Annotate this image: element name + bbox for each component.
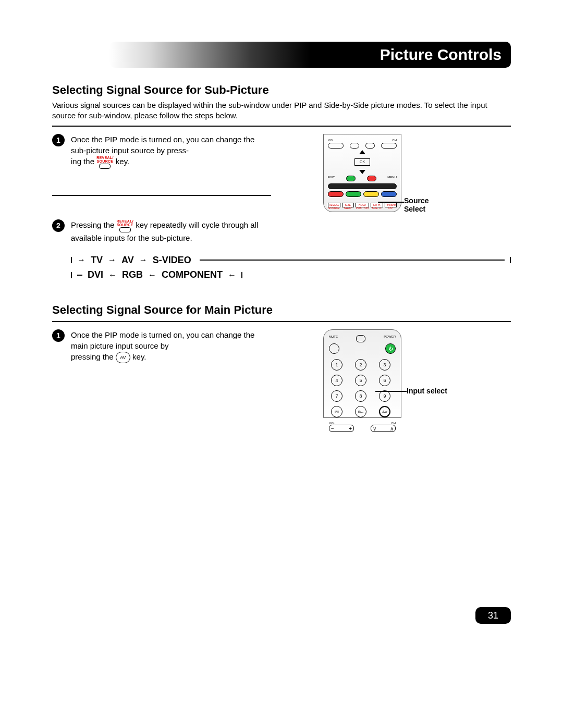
section1-step1: 1 Once the PIP mode is turned on, you ca… bbox=[52, 134, 271, 169]
key-label-bot: SOURCE bbox=[97, 159, 114, 163]
step2-line1a: Pressing the bbox=[71, 220, 117, 229]
menu-label: MENU bbox=[387, 176, 397, 181]
cycle-av: AV bbox=[121, 253, 134, 268]
key-6: 6 bbox=[379, 375, 390, 386]
key-label-top: REVEAL/ bbox=[96, 156, 113, 159]
chapter-title: Picture Controls bbox=[380, 46, 501, 64]
arrow-right-icon: → bbox=[139, 253, 148, 267]
av-key-icon: AV bbox=[116, 352, 130, 363]
key-8: 8 bbox=[355, 390, 366, 402]
text-button bbox=[346, 176, 356, 181]
arrow-right-icon: → bbox=[108, 253, 116, 267]
red-button-icon bbox=[328, 191, 344, 197]
section1-heading: Selecting Signal Source for Sub-Picture bbox=[52, 83, 511, 97]
reveal-source-key-icon: REVEAL/ SOURCE bbox=[117, 219, 133, 232]
key-0: 0/-- bbox=[355, 406, 366, 417]
key-2: 2 bbox=[355, 359, 366, 371]
step-number: 1 bbox=[52, 134, 65, 146]
size-swap-button: SIZE SWAP bbox=[342, 203, 354, 207]
vol-minus-icon bbox=[328, 143, 344, 149]
step-text: Once the PIP mode is turned on, you can … bbox=[71, 329, 259, 363]
step-number: 2 bbox=[52, 219, 65, 232]
input-select-callout: Input select bbox=[407, 387, 447, 395]
section2-heading: Selecting Signal Source for Main Picture bbox=[52, 303, 511, 317]
key-av: AV bbox=[379, 406, 390, 417]
vol-label: VOL bbox=[328, 139, 334, 142]
vol-rocker-icon: −+ bbox=[329, 425, 354, 432]
vol-plus-icon bbox=[350, 143, 359, 149]
cycle-component: COMPONENT bbox=[162, 267, 223, 282]
power-label: POWER bbox=[384, 335, 396, 342]
ch-down-icon bbox=[365, 143, 375, 149]
cycle-svideo: S-VIDEO bbox=[153, 253, 191, 268]
callout-line1: Source bbox=[404, 196, 429, 205]
step-text: Pressing the REVEAL/ SOURCE key repeated… bbox=[71, 219, 259, 243]
section1-intro: Various signal sources can be displayed … bbox=[52, 100, 511, 121]
s2-step1-line2a: pressing the bbox=[71, 352, 116, 361]
step1-line1: Once the PIP mode is turned on, you can … bbox=[71, 135, 254, 155]
chapter-banner: Picture Controls bbox=[109, 42, 511, 68]
divider bbox=[52, 126, 511, 127]
ch-rocker-icon: ∨∧ bbox=[371, 425, 396, 432]
cycle-tv: TV bbox=[91, 253, 103, 268]
step1-line2b: key. bbox=[116, 157, 129, 166]
source-select-callout: Source Select bbox=[404, 196, 429, 214]
key-i-ii: I/II bbox=[331, 406, 342, 417]
section1-step2: 2 Pressing the REVEAL/ SOURCE key repeat… bbox=[52, 219, 511, 243]
power-button-icon: ⏻ bbox=[385, 343, 396, 354]
slider-icon bbox=[356, 335, 365, 342]
arrow-left-icon: ← bbox=[148, 268, 156, 282]
step1-line2a: ing the bbox=[71, 157, 96, 166]
callout2-text: Input select bbox=[407, 387, 447, 395]
ok-button: OK bbox=[354, 158, 370, 166]
s2-step1-line1: Once the PIP mode is turned on, you can … bbox=[71, 330, 254, 350]
reveal-source-button: REVEAL SOURCE bbox=[328, 203, 340, 207]
blue-button-icon bbox=[381, 191, 397, 197]
arrow-left-icon: ← bbox=[228, 268, 236, 282]
wide-button bbox=[328, 183, 397, 189]
mute-label: MUTE bbox=[329, 335, 338, 342]
step-number: 1 bbox=[52, 329, 65, 342]
key-4: 4 bbox=[331, 375, 342, 386]
remote-illustration-1: VOL CH OK EXIT MEN bbox=[323, 134, 401, 212]
cycle-dvi: DVI bbox=[88, 267, 103, 282]
green-button-icon bbox=[346, 191, 361, 197]
arrow-right-icon: → bbox=[77, 253, 85, 267]
key-5: 5 bbox=[355, 375, 366, 386]
step-text: Once the PIP mode is turned on, you can … bbox=[71, 134, 259, 169]
dpad-icon: OK bbox=[339, 150, 386, 174]
yellow-button-icon bbox=[363, 191, 379, 197]
key-1: 1 bbox=[331, 359, 342, 371]
exit-label: EXIT bbox=[328, 176, 335, 181]
txt-hsize-button: TXT H. SIZE +/- bbox=[371, 203, 383, 207]
key-3: 3 bbox=[379, 359, 390, 371]
mute-button-icon bbox=[329, 343, 339, 354]
timeshift-pip-button: TimeShift PIP bbox=[385, 203, 397, 207]
arrow-left-icon: ← bbox=[108, 268, 117, 282]
callout-line2: Select bbox=[404, 205, 425, 213]
hold-position-button: HOLD POSITION bbox=[356, 203, 369, 207]
section2-step1: 1 Once the PIP mode is turned on, you ca… bbox=[52, 329, 271, 363]
remote-illustration-2: MUTE POWER ⏻ 1 2 3 4 5 6 7 8 bbox=[323, 329, 401, 418]
ttx-button bbox=[367, 176, 376, 181]
ch-label: CH bbox=[392, 139, 397, 142]
s2-step1-line2b: key. bbox=[132, 352, 146, 361]
ch-up-icon bbox=[381, 143, 397, 149]
key-9: 9 bbox=[379, 390, 390, 402]
reveal-source-key-icon: REVEAL/ SOURCE bbox=[96, 156, 113, 169]
cycle-rgb: RGB bbox=[122, 267, 143, 282]
input-cycle-diagram: → TV → AV → S-VIDEO DVI ← RGB ← COMPONEN… bbox=[71, 253, 511, 283]
divider bbox=[52, 321, 511, 322]
page-number: 31 bbox=[475, 607, 511, 624]
key-7: 7 bbox=[331, 390, 342, 402]
